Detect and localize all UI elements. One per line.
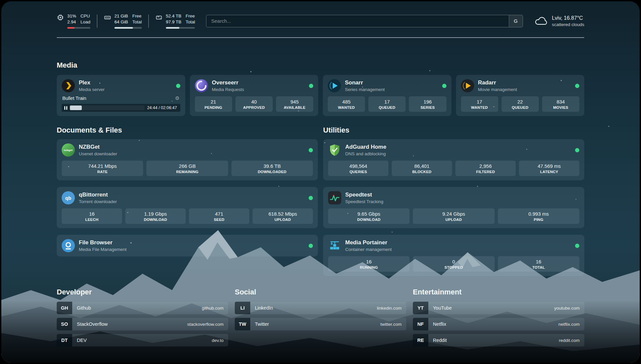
stat-label: UPLOAD — [254, 218, 312, 222]
weather-location-temp: Lviv, 16.87°C — [552, 15, 584, 21]
filebrowser-card-header: File Browser Media File Management — [62, 239, 313, 252]
pause-icon[interactable] — [64, 106, 67, 110]
speedtest-titles: Speedtest Speedtest Tracking — [345, 192, 383, 204]
sonarr-card[interactable]: Sonarr Series management 485 WANTED 17 Q… — [323, 75, 451, 116]
app-name: Sonarr — [345, 79, 385, 86]
ram-rows: 21 GiB 64 GiB Free Total — [114, 13, 142, 25]
cpu-label-2: Load — [80, 19, 90, 25]
social-bookmarks: Social LI LinkedIn linkedin.com TW Twitt… — [235, 288, 406, 347]
qbittorrent-card[interactable]: qb qBittorrent Torrent downloader 16 LEE… — [57, 187, 318, 228]
stat-download: 1.19 Gbps DOWNLOAD — [125, 208, 186, 224]
stat-value: 498,564 — [329, 163, 387, 169]
playback-progress-track — [70, 106, 144, 110]
bookmark-youtube[interactable]: YT YouTube youtube.com — [413, 302, 584, 314]
stat-downloaded: 39.6 TB DOWNLOADED — [231, 161, 313, 176]
stat-label: DOWNLOADED — [233, 170, 312, 174]
portainer-icon — [328, 239, 341, 252]
speedtest-card[interactable]: Speedtest Speedtest Tracking 9.65 Gbps D… — [323, 187, 584, 228]
qbittorrent-card-header: qb qBittorrent Torrent downloader — [62, 191, 313, 204]
top-bar: 31% 2.94 CPU Load — [57, 1, 584, 29]
stat-queries: 498,564 QUERIES — [328, 161, 388, 176]
overseerr-card[interactable]: Overseerr Media Requests 21 PENDING 40 A… — [190, 75, 319, 116]
reddit-icon: RE — [413, 334, 428, 347]
bookmark-stackoverflow[interactable]: SO StackOverflow stackoverflow.com — [57, 318, 228, 330]
cpu-icon — [57, 14, 64, 29]
stat-value: 47.569 ms — [520, 163, 578, 169]
speedtest-card-header: Speedtest Speedtest Tracking — [328, 191, 579, 204]
bookmark-body: LinkedIn linkedin.com — [250, 302, 406, 314]
bookmark-reddit[interactable]: RE Reddit reddit.com — [413, 334, 584, 347]
status-dot — [442, 84, 446, 88]
bookmark-url: netflix.com — [558, 322, 580, 327]
portainer-card-header: Media Portainer Container management — [328, 239, 579, 252]
app-subtitle: Movie management — [478, 87, 517, 92]
media-grid: Plex Media server Bullet Train ⚙ 24:44 /… — [57, 75, 584, 116]
bookmark-twitter[interactable]: TW Twitter twitter.com — [235, 318, 406, 330]
adguard-card[interactable]: AdGuard Home DNS and adblocking 498,564 … — [323, 139, 584, 180]
radarr-card-header: Radarr Movie management — [461, 79, 580, 92]
widget-separator — [148, 15, 149, 28]
stat-label: DOWNLOAD — [127, 218, 184, 222]
cpu-load-value: 2.94 — [67, 19, 76, 25]
disk-widget-body: 52.4 TB 97.9 TB Free Total — [166, 13, 195, 29]
cpu-usage-bar — [67, 27, 90, 29]
stat-label: PING — [499, 218, 578, 222]
app-subtitle: Series management — [345, 87, 385, 92]
app-name: File Browser — [79, 239, 127, 246]
bookmark-github[interactable]: GH Github github.com — [57, 302, 228, 314]
ram-free-value: 21 GiB — [114, 13, 128, 19]
status-dot — [575, 84, 579, 88]
stat-stopped: 0 STOPPED — [413, 256, 494, 272]
bookmark-url: stackoverflow.com — [187, 322, 224, 327]
ram-usage-bar-fill — [114, 27, 133, 29]
bookmark-linkedin[interactable]: LI LinkedIn linkedin.com — [235, 302, 406, 314]
ram-labels: Free Total — [132, 13, 142, 25]
stat-value: 86,401 — [393, 163, 451, 169]
stat-ping: 0.993 ms PING — [498, 208, 579, 224]
entertainment-rows: YT YouTube youtube.com NF Netflix netfli… — [413, 302, 584, 347]
middle-columns: Documents & Files nzbget NZBGet Usenet d… — [57, 126, 584, 276]
portainer-card[interactable]: Media Portainer Container management 16 … — [323, 235, 584, 276]
stat-label: LEECH — [63, 218, 121, 222]
cpu-usage-value: 31% — [67, 13, 76, 19]
bookmark-netflix[interactable]: NF Netflix netflix.com — [413, 318, 584, 330]
search-box[interactable]: G — [206, 15, 523, 27]
stat-label: PENDING — [196, 106, 231, 109]
app-subtitle: Usenet downloader — [79, 151, 117, 156]
stat-value: 266 GB — [148, 163, 227, 169]
entertainment-bookmarks: Entertainment YT YouTube youtube.com NF … — [413, 288, 584, 347]
search-input[interactable] — [206, 15, 508, 27]
status-dot — [309, 84, 313, 88]
cpu-usage-bar-fill — [67, 27, 75, 29]
stat-value: 471 — [190, 211, 248, 217]
utilities-column: Utilities — [323, 126, 584, 276]
section-title-entertainment: Entertainment — [413, 288, 584, 296]
stat-label: QUERIES — [329, 170, 387, 174]
bookmark-dev[interactable]: DT DEV dev.to — [57, 334, 228, 347]
disk-icon — [155, 14, 163, 29]
stat-value: 21 — [196, 99, 231, 105]
stat-leech: 16 LEECH — [62, 208, 122, 224]
app-name: Speedtest — [345, 192, 383, 198]
stat-running: 16 RUNNING — [328, 256, 410, 272]
portainer-stats: 16 RUNNING 0 STOPPED 16 TOTAL — [328, 256, 579, 272]
adguard-titles: AdGuard Home DNS and adblocking — [345, 144, 386, 156]
plex-card[interactable]: Plex Media server Bullet Train ⚙ 24:44 /… — [57, 75, 185, 116]
radarr-card[interactable]: Radarr Movie management 17 WANTED 22 QUE… — [456, 75, 585, 116]
stat-download: 9.65 Gbps DOWNLOAD — [328, 208, 410, 224]
stat-label: DOWNLOAD — [329, 218, 408, 222]
plex-card-header: Plex Media server — [62, 79, 180, 92]
app-name: Plex — [79, 79, 105, 86]
gear-icon[interactable]: ⚙ — [175, 95, 179, 101]
search-engine-button[interactable]: G — [509, 15, 523, 27]
qbittorrent-stats: 16 LEECH 1.19 Gbps DOWNLOAD 471 SEED 6 — [62, 208, 313, 224]
stat-label: STOPPED — [414, 265, 493, 269]
stat-label: RUNNING — [329, 265, 408, 269]
stat-value: 618.52 Mbps — [254, 211, 312, 217]
stat-value: 17 — [370, 99, 404, 105]
filebrowser-card[interactable]: File Browser Media File Management — [57, 235, 318, 257]
cpu-label-1: CPU — [80, 13, 90, 19]
nzbget-card[interactable]: nzbget NZBGet Usenet downloader 744.21 M… — [57, 139, 318, 180]
youtube-icon: YT — [413, 302, 428, 314]
stat-wanted: 485 WANTED — [328, 96, 365, 112]
